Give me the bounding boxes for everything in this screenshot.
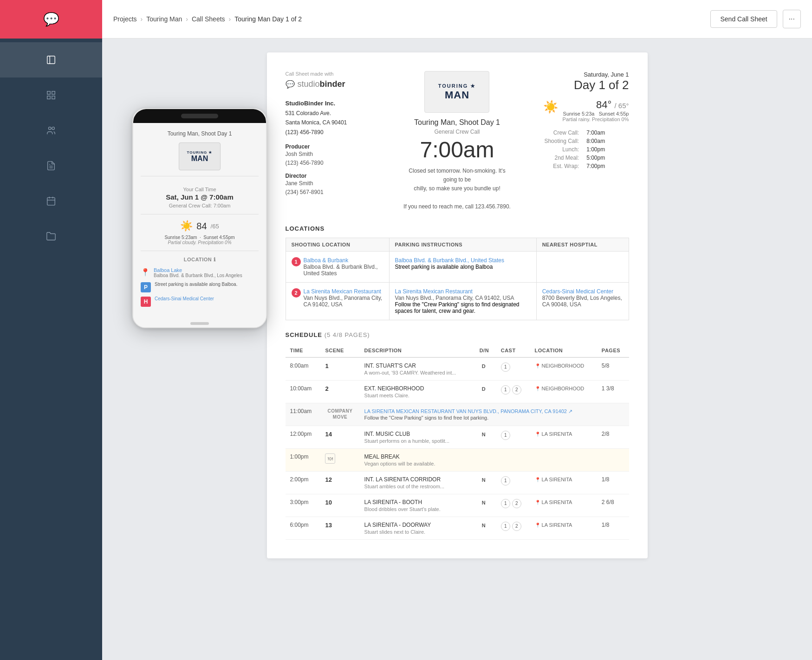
director-phone: (234) 567-8901 [286, 189, 324, 195]
company-name: StudioBinder Inc. [286, 100, 336, 107]
est-wrap-val: 7:00pm [586, 163, 629, 169]
producer-label: Producer [286, 143, 394, 150]
sidebar-item-scenes[interactable] [0, 148, 102, 183]
producer-info: Josh Smith (123) 456-7890 [286, 150, 394, 168]
loc1-num: 1 [292, 257, 301, 266]
sched-scene-0: 1 [320, 357, 359, 381]
phone-loc-name[interactable]: Balboa Lake [154, 267, 242, 273]
est-wrap-label: Est. Wrap: [520, 163, 579, 169]
sidebar-item-project[interactable] [0, 42, 102, 78]
sched-scene-3: 14 [320, 426, 359, 448]
company-move-link-2[interactable]: LA SIRENITA MEXICAN RESTAURANT VAN NUYS … [364, 408, 572, 414]
sched-pages-3: 2/8 [597, 426, 629, 448]
svg-rect-4 [47, 96, 50, 99]
sched-col-desc: DESCRIPTION [360, 344, 475, 357]
sidebar-item-boards[interactable] [0, 78, 102, 113]
sched-scene-7: 13 [320, 517, 359, 539]
loc1-addr: Balboa Blvd. & Burbank Blvd., United Sta… [304, 264, 378, 277]
loc-col-shooting: SHOOTING LOCATION [286, 238, 389, 251]
loc1-parking-note: Street parking is available along Balboa [395, 264, 493, 270]
cast-num: 2 [512, 522, 521, 531]
loc2-parking-link[interactable]: La Sirenita Mexican Restaurant [395, 288, 473, 295]
loc-col-parking: PARKING INSTRUCTIONS [389, 238, 536, 251]
phone-your-call-label: Your Call Time [141, 187, 259, 192]
locations-table: SHOOTING LOCATION PARKING INSTRUCTIONS N… [286, 238, 629, 320]
sched-time-7: 6:00pm [286, 517, 321, 539]
sched-dn-3: N [475, 426, 496, 448]
mobile-preview: Touring Man, Shoot Day 1 TOURING ★ MAN Y… [132, 108, 267, 328]
cs-right-section: Saturday, June 1 Day 1 of 2 ☀️ 84° / 65°… [520, 71, 629, 211]
phone-lo: /65 [211, 223, 219, 230]
sched-loc-7: 📍LA SIRENITA [530, 517, 597, 539]
sidebar: 💬 [0, 0, 102, 660]
schedule-row-3: 12:00pm 14 INT. MUSIC CLUB Stuart perfor… [286, 426, 629, 448]
phone-logo-line2: MAN [187, 155, 213, 163]
breadcrumb-call-sheets[interactable]: Call Sheets [192, 15, 225, 23]
studiobinder-logo: 💬 studiobinder [286, 79, 394, 89]
notes-line1: Closed set tomorrow. Non-smoking. It's g… [409, 168, 505, 183]
crew-call-time-val: 7:00am [586, 129, 629, 136]
sched-col-pages: PAGES [597, 344, 629, 357]
phone-bottom-bar [133, 320, 266, 327]
loc1-shooting: 1 Balboa & Burbank Balboa Blvd. & Burban… [286, 251, 389, 282]
sched-desc-0: INT. STUART'S CAR A worn-out, '93 CAMRY.… [360, 357, 475, 381]
phone-sun-times: Sunrise 5:23am · Sunset 4:55pm [141, 235, 259, 240]
day-label: Day 1 of 2 [520, 78, 629, 92]
sidebar-item-schedule[interactable] [0, 183, 102, 219]
phone-location: LOCATION ℹ 📍 Balboa Lake Balboa Blvd. & … [141, 251, 259, 312]
phone-parking-text: Street parking is available along Balboa… [155, 282, 237, 287]
call-sheet-document: Call Sheet made with 💬 studiobinder Stud… [267, 52, 648, 558]
phone-home-button[interactable] [190, 322, 209, 325]
schedule-pages-count: (5 4/8 pages) [325, 331, 370, 338]
phone-notch-pill [181, 114, 218, 118]
phone-parking: P Street parking is available along Balb… [141, 282, 259, 292]
call-time-display: 7:00am [403, 139, 511, 161]
sched-dn-5: N [475, 471, 496, 494]
messages-icon[interactable]: 💬 [43, 12, 59, 27]
boards-icon [42, 86, 60, 104]
schedule-row-0: 8:00am 1 INT. STUART'S CAR A worn-out, '… [286, 357, 629, 381]
sched-time-1: 10:00am [286, 380, 321, 403]
sched-desc-3: INT. MUSIC CLUB Stuart performs on a hum… [360, 426, 475, 448]
weather-temp: 84° / 65° [563, 99, 629, 111]
loc-col-hospital: NEAREST HOSPTIAL [536, 238, 629, 251]
loc2-hospital-link[interactable]: Cedars-Sinai Medical Center [542, 288, 613, 295]
schedule-icon [42, 192, 60, 210]
send-call-sheet-button[interactable]: Send Call Sheet [710, 10, 777, 28]
sched-time-4: 1:00pm [286, 448, 321, 471]
loc2-parking: La Sirenita Mexican Restaurant Van Nuys … [389, 282, 536, 320]
producer-block: Producer Josh Smith (123) 456-7890 [286, 143, 394, 168]
loc2-name-link[interactable]: La Sirenita Mexican Restaurant [304, 288, 381, 295]
schedule-row-4: 1:00pm 🍽 MEAL BREAK Vegan options will b… [286, 448, 629, 471]
project-logo: TOURING ★ MAN [438, 83, 476, 101]
phone-conditions: Partial cloudy. Precipitation 0% [141, 240, 259, 245]
company-phone: (123) 456-7890 [286, 129, 324, 136]
phone-parking-icon: P [141, 282, 151, 292]
company-addr1: 531 Colorado Ave. [286, 110, 331, 116]
scenes-icon [42, 156, 60, 175]
phone-shoot-title: Touring Man, Shoot Day 1 [141, 130, 259, 137]
svg-rect-0 [47, 56, 55, 64]
sched-scene-1: 2 [320, 380, 359, 403]
phone-hospital-link[interactable]: Cedars-Sinai Medical Center [155, 296, 214, 301]
phone-weather-icon: ☀️ [180, 220, 193, 232]
phone-sunset: Sunset 4:55pm [203, 235, 234, 240]
loc1-name-link[interactable]: Balboa & Burbank [304, 257, 349, 264]
sched-pages-1: 1 3/8 [597, 380, 629, 403]
more-options-button[interactable]: ··· [783, 10, 801, 28]
cast-num: 1 [501, 522, 510, 531]
sched-cast-6: 12 [496, 494, 530, 517]
breadcrumb-projects[interactable]: Projects [113, 15, 137, 23]
sidebar-item-crew[interactable] [0, 113, 102, 148]
sched-cast-5: 1 [496, 471, 530, 494]
phone-divider-1 [141, 176, 259, 176]
breadcrumb-touring-man[interactable]: Touring Man [146, 15, 182, 23]
loc2-parking-note: Follow the "Crew Parking" signs to find … [395, 301, 520, 314]
sched-desc-6: LA SIRENITA - BOOTH Blood dribbles over … [360, 494, 475, 517]
phone-hospital: H Cedars-Sinai Medical Center [141, 296, 259, 307]
crew-call-label: General Crew Call [403, 129, 511, 135]
sidebar-item-files[interactable] [0, 219, 102, 254]
loc1-parking-link[interactable]: Balboa Blvd. & Burbank Blvd., United Sta… [395, 257, 504, 264]
sched-time-3: 12:00pm [286, 426, 321, 448]
phone-call-date: Sat, Jun 1 @ 7:00am [141, 193, 259, 201]
